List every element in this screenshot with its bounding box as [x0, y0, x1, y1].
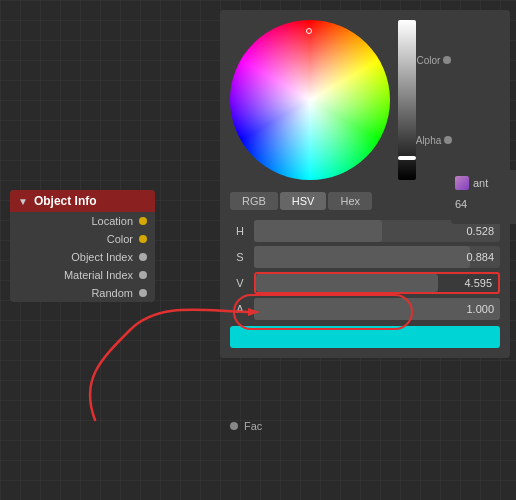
a-slider-fill [254, 298, 500, 320]
node-header[interactable]: ▼ Object Info [10, 190, 155, 212]
v-slider-row: V 4.595 [230, 272, 500, 294]
node-row-location: Location [10, 212, 155, 230]
brightness-bar[interactable] [398, 20, 416, 180]
connector-area: Color Alpha [424, 20, 444, 180]
h-slider-fill [254, 220, 382, 242]
fac-dot [230, 422, 238, 430]
brightness-handle [398, 156, 416, 160]
cyan-color-bar [230, 326, 500, 348]
a-label: A [230, 303, 250, 315]
location-dot [139, 217, 147, 225]
random-dot [139, 289, 147, 297]
color-node-label: Color [107, 233, 133, 245]
a-value: 1.000 [466, 303, 494, 315]
v-slider[interactable]: 4.595 [254, 272, 500, 294]
color-wheel-handle[interactable] [306, 28, 312, 34]
color-wheel-area: Color Alpha [230, 20, 500, 180]
s-slider[interactable]: 0.884 [254, 246, 500, 268]
material-index-dot [139, 271, 147, 279]
h-label: H [230, 225, 250, 237]
color-swatch [455, 176, 469, 190]
s-slider-fill [254, 246, 470, 268]
tab-rgb[interactable]: RGB [230, 192, 278, 210]
ant-label: ant [473, 177, 488, 189]
sliders-container: H 0.528 S 0.884 V 4.595 A 1.000 [230, 220, 500, 320]
location-label: Location [91, 215, 133, 227]
h-value: 0.528 [466, 225, 494, 237]
a-slider-row: A 1.000 [230, 298, 500, 320]
node-row-random: Random [10, 284, 155, 302]
color-dot [139, 235, 147, 243]
color-label: Color [417, 55, 441, 66]
64-label: 64 [455, 198, 467, 210]
v-value: 4.595 [464, 277, 492, 289]
node-title: Object Info [34, 194, 97, 208]
right-panel-64: 64 [455, 198, 512, 210]
object-index-dot [139, 253, 147, 261]
color-wheel[interactable] [230, 20, 390, 180]
s-value: 0.884 [466, 251, 494, 263]
material-index-label: Material Index [64, 269, 133, 281]
right-panel: ant 64 [451, 170, 516, 224]
a-slider[interactable]: 1.000 [254, 298, 500, 320]
fac-text: Fac [244, 420, 262, 432]
s-label: S [230, 251, 250, 263]
object-index-label: Object Index [71, 251, 133, 263]
random-label: Random [91, 287, 133, 299]
s-slider-row: S 0.884 [230, 246, 500, 268]
alpha-connector-dot [444, 136, 452, 144]
v-slider-fill [256, 274, 438, 292]
fac-label-row: Fac [230, 420, 262, 432]
node-row-material-index: Material Index [10, 266, 155, 284]
tab-hex[interactable]: Hex [328, 192, 372, 210]
node-collapse-arrow: ▼ [18, 196, 28, 207]
tab-hsv[interactable]: HSV [280, 192, 327, 210]
alpha-label: Alpha [416, 135, 442, 146]
v-label: V [230, 277, 250, 289]
right-panel-ant: ant [455, 176, 512, 190]
node-row-color: Color [10, 230, 155, 248]
node-row-object-index: Object Index [10, 248, 155, 266]
color-connector-dot [443, 56, 451, 64]
object-info-node: ▼ Object Info Location Color Object Inde… [10, 190, 155, 302]
